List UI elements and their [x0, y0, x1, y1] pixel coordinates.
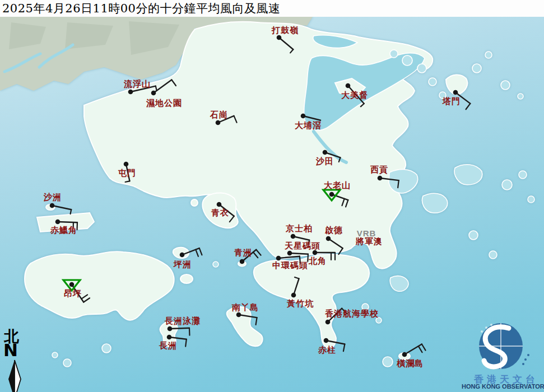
station-dot [324, 338, 329, 343]
map-title: 2025年4月26日11時00分的十分鐘平均風向及風速 [2, 1, 280, 16]
station-dot [453, 90, 458, 95]
station-dot [128, 90, 133, 95]
station-sha-chau [50, 203, 72, 214]
station-dot [277, 35, 282, 40]
vrb-indicator-tseung-kwan-o: VRB [357, 228, 376, 238]
wind-map-screen: 流浮山濕地公園石崗打鼓嶺大美督塔門大埔滘沙田西貢大老山屯門沙洲赤鱲角昂坪青衣坪洲… [0, 0, 544, 392]
station-waglan-island [402, 344, 426, 357]
station-label-tsing-yi: 青衣 [211, 208, 229, 218]
station-label-green-island: 青洲 [234, 248, 252, 258]
station-label-kai-tak: 啟德 [325, 225, 343, 236]
station-dot [50, 203, 55, 208]
station-label-tuen-mun: 屯門 [118, 168, 136, 179]
compass-n-label: N [3, 340, 18, 360]
station-dot [216, 120, 221, 125]
station-dot [167, 335, 172, 340]
station-tai-po-kau [301, 114, 320, 120]
station-dot [326, 236, 331, 241]
station-label-tap-mun: 塔門 [443, 96, 461, 107]
station-dot [402, 352, 407, 357]
north-arrow-icon [3, 359, 27, 392]
hko-logo-icon [465, 320, 544, 374]
station-dot [69, 282, 75, 287]
station-label-kings-park: 京士柏 [286, 223, 313, 234]
station-dot [236, 312, 241, 318]
station-dot [378, 176, 383, 181]
station-label-star-ferry-pier: 天星碼頭 [285, 241, 320, 251]
wind-stations-layer [0, 0, 544, 392]
station-dot [180, 253, 185, 258]
station-dot [217, 202, 222, 207]
station-dot [346, 83, 351, 88]
station-label-ta-kwu-ling: 打鼓嶺 [272, 25, 299, 36]
station-label-wetland-park: 濕地公園 [146, 98, 182, 109]
station-label-lau-fau-shan: 流浮山 [124, 79, 151, 90]
station-dot [326, 320, 331, 325]
station-dot [301, 114, 306, 119]
station-label-sai-kung: 西貢 [370, 165, 388, 175]
station-label-ngong-ping: 昂坪 [64, 288, 82, 299]
station-lamma-island [236, 312, 257, 325]
station-label-tai-po-kau: 大埔滘 [295, 120, 322, 131]
station-wong-chuk-hang [291, 277, 299, 297]
station-label-sha-tin: 沙田 [316, 156, 334, 167]
station-dot [151, 91, 156, 96]
station-dot [124, 162, 129, 167]
station-dot [323, 150, 328, 155]
station-dot [168, 326, 173, 332]
station-dot [240, 259, 245, 264]
hko-logo: 香港天文台 HONG KONG OBSERVATORY [465, 320, 544, 392]
station-cheung-chau-beach [168, 326, 190, 335]
station-dot [55, 220, 61, 225]
station-dot [291, 293, 296, 298]
station-label-sha-chau: 沙洲 [44, 192, 62, 203]
station-label-shek-kong: 石崗 [210, 110, 228, 120]
station-dot [291, 234, 296, 239]
station-label-central-pier: 中環碼頭 [272, 260, 308, 271]
title-bar: 2025年4月26日11時00分的十分鐘平均風向及風速 [0, 0, 544, 17]
station-label-cheung-chau: 長洲 [159, 340, 177, 351]
station-label-stanley: 赤柱 [318, 345, 336, 356]
station-label-hk-sea-school: 香港航海學校 [325, 309, 379, 319]
station-dot [329, 192, 334, 197]
station-label-tai-mei-tuk: 大美督 [341, 90, 368, 101]
hko-logo-english: HONG KONG OBSERVATORY [462, 383, 544, 390]
station-label-tates-cairn: 大老山 [324, 180, 351, 191]
station-ta-kwu-ling [277, 35, 294, 53]
station-label-chek-lap-kok: 赤鱲角 [50, 225, 77, 236]
station-label-north-point: 北角 [309, 256, 327, 267]
station-dot [287, 251, 292, 256]
station-kai-tak [326, 236, 343, 254]
station-peng-chau [180, 248, 202, 257]
station-label-lamma-island: 南丫島 [232, 302, 259, 313]
station-wetland-park [151, 80, 176, 95]
station-tates-cairn [323, 190, 348, 207]
station-label-wong-chuk-hang: 黃竹坑 [287, 298, 314, 309]
station-label-waglan-island: 橫瀾島 [397, 358, 424, 369]
station-label-peng-chau: 坪洲 [174, 259, 192, 270]
station-label-cheung-chau-beach: 長洲泳灘 [165, 316, 201, 326]
station-sai-kung [378, 176, 399, 188]
